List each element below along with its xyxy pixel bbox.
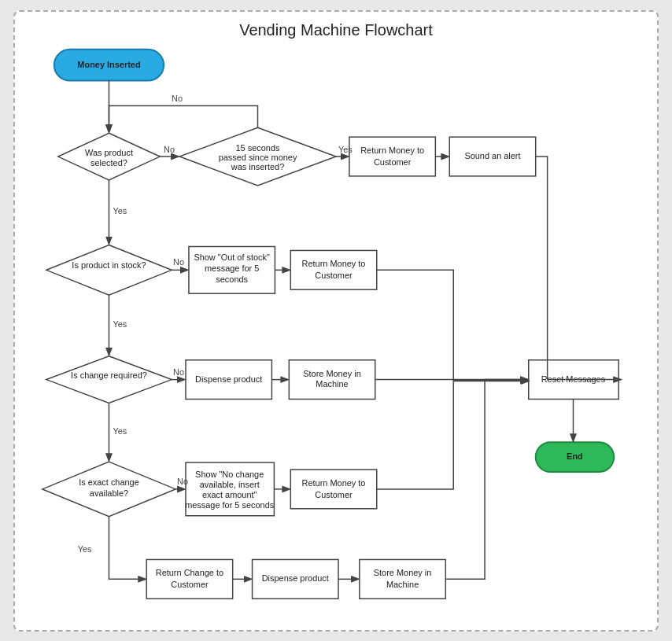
fifteen-seconds-label3: was inserted?: [231, 161, 284, 171]
return-money-3-label1: Return Money to: [302, 477, 366, 487]
store-money-1-label2: Machine: [316, 379, 348, 389]
fifteen-seconds-label2: passed since money: [219, 152, 297, 161]
is-exact-change-label2: available?: [90, 488, 128, 497]
show-out-of-stock-label3: seconds: [216, 274, 248, 284]
return-money-2-label1: Return Money to: [302, 259, 366, 268]
is-product-in-stock-label1: Is product in stock?: [72, 260, 146, 270]
show-no-change-label1: Show "No change: [195, 469, 264, 478]
svg-text:No: No: [177, 476, 188, 485]
dispense-product-2-label: Dispense product: [262, 573, 329, 583]
was-product-selected-label: Was product: [85, 147, 133, 157]
svg-text:No: No: [173, 257, 184, 267]
is-change-required-node: [46, 355, 172, 403]
return-money-3-label2: Customer: [315, 489, 353, 499]
end-label: End: [567, 451, 583, 461]
was-product-selected-label2: selected?: [90, 157, 127, 167]
return-change-label1: Return Change to: [156, 568, 223, 577]
reset-messages-label: Reset Messages: [541, 374, 606, 383]
store-money-2-label1: Store Money in: [374, 568, 432, 577]
svg-text:Yes: Yes: [113, 426, 127, 436]
svg-text:No: No: [164, 145, 175, 154]
store-money-1-label1: Store Money in: [303, 368, 361, 378]
flowchart-container: Vending Machine Flowchart Money Inserted…: [13, 10, 659, 632]
store-money-2-label2: Machine: [386, 580, 419, 589]
return-money-1-label1: Return Money to: [360, 145, 424, 154]
svg-text:Yes: Yes: [338, 145, 353, 154]
show-out-of-stock-label2: message for 5: [205, 263, 259, 273]
return-money-1-label2: Customer: [374, 157, 412, 166]
is-change-required-label1: Is change required?: [71, 370, 147, 379]
svg-text:No: No: [173, 367, 184, 376]
svg-text:Yes: Yes: [78, 543, 92, 553]
show-no-change-label4: message for 5 seconds: [185, 499, 275, 509]
show-out-of-stock-label1: Show "Out of stock": [194, 252, 270, 262]
sound-alert-label: Sound an alert: [464, 150, 520, 160]
dispense-product-1-label: Dispense product: [195, 374, 262, 383]
is-exact-change-label1: Is exact change: [79, 477, 139, 486]
fifteen-seconds-label1: 15 seconds: [236, 143, 280, 153]
is-product-in-stock-node: [46, 245, 172, 295]
svg-text:Yes: Yes: [113, 205, 127, 215]
money-inserted-label: Money Inserted: [77, 59, 140, 68]
svg-text:No: No: [172, 94, 183, 103]
svg-text:Yes: Yes: [113, 319, 127, 328]
show-no-change-label2: available, insert: [200, 479, 260, 488]
return-change-label2: Customer: [171, 580, 209, 589]
show-no-change-label3: exact amount": [202, 489, 257, 499]
return-money-2-label2: Customer: [315, 271, 353, 280]
